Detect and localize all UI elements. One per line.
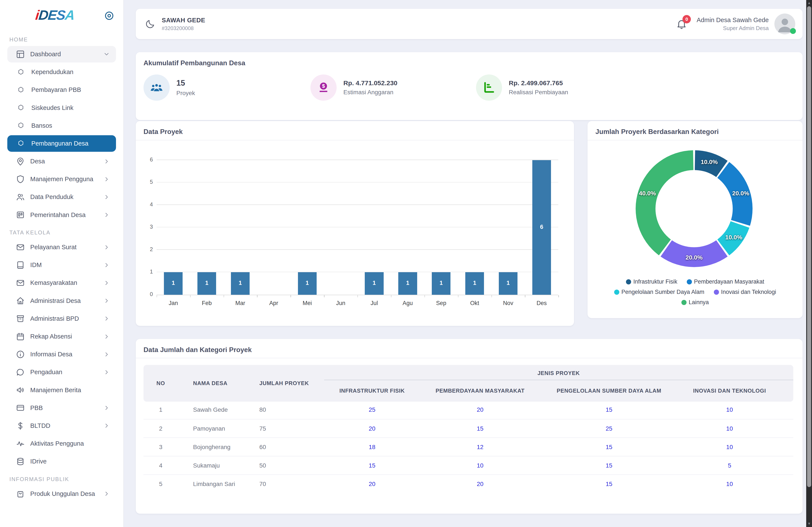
sidebar-item-pemerintahan-desa[interactable]: Pemerintahan Desa [7,207,116,223]
sidebar-item-desa[interactable]: Desa [7,153,116,170]
sidebar-item-pembayaran-pbb[interactable]: Pembayaran PBB [7,81,116,98]
cell-type-count[interactable]: 20 [341,420,403,438]
sidebar-item-label: Produk Unggulan Desa [30,490,95,497]
sidebar-section-label: HOME [10,36,114,43]
shield-icon [16,175,25,184]
cell-type-count[interactable]: 25 [578,420,640,438]
cell-type-count[interactable]: 10 [698,475,761,493]
table-card: Data Jumlah dan Kategori Proyek NO NAMA … [136,339,803,514]
cell-type-count[interactable]: 10 [698,401,761,419]
activity-icon [16,439,25,449]
chevron-right-icon [103,211,110,219]
sidebar-item-manajemen-pengguna[interactable]: Manajemen Pengguna [7,171,116,187]
table-row[interactable]: 1Sawah Gede8025201510 [144,401,793,419]
sidebar-item-pengaduan[interactable]: Pengaduan [7,364,116,381]
cell-no: 1 [144,401,178,419]
sidebar-logo-row: iDESA [0,0,123,30]
dark-mode-moon-icon[interactable] [145,19,156,29]
sidebar-toggle-icon[interactable] [104,11,115,21]
sidebar: iDESA HOMEDashboardKependudukanPembayara… [0,0,124,527]
x-axis-label: Mar [223,300,257,306]
cell-type-count[interactable]: 15 [578,438,640,456]
cell-type-count[interactable]: 18 [341,438,403,456]
notification-bell-icon[interactable]: 0 [676,18,687,30]
sidebar-item-administrasi-bpd[interactable]: Administrasi BPD [7,310,116,327]
x-axis-label: Jul [358,300,391,306]
bar-value-label: 6 [532,224,551,230]
sidebar-item-idm[interactable]: IDM [7,257,116,273]
cell-type-count[interactable]: 20 [341,475,403,493]
sidebar-item-pembangunan-desa[interactable]: Pembangunan Desa [7,135,116,152]
cell-type-count[interactable]: 10 [449,456,511,475]
sidebar-item-administrasi-desa[interactable]: Administrasi Desa [7,292,116,309]
sidebar-item-rekap-absensi[interactable]: Rekap Absensi [7,328,116,345]
cell-type-count[interactable]: 10 [698,438,761,456]
cell-village-name: Limbangan Sari [193,475,235,493]
col-total: JUMLAH PROYEK [259,365,309,402]
scrollbar-thumb[interactable] [807,6,811,487]
chevron-right-icon [103,368,110,376]
sidebar-item-label: Manajemen Berita [30,387,81,394]
cell-type-count[interactable]: 10 [698,420,761,438]
chevron-right-icon [103,176,110,183]
sidebar-section-label: INFORMASI PUBLIK [10,476,114,482]
user-name: Admin Desa Sawah Gede [697,16,769,24]
cell-type-count[interactable]: 5 [698,456,761,475]
cell-village-name: Sukamaju [193,456,220,475]
legend-label: Infrastruktur Fisik [633,278,677,285]
sidebar-item-informasi-desa[interactable]: Informasi Desa [7,346,116,363]
sidebar-item-kependudukan[interactable]: Kependudukan [7,64,116,80]
sidebar-item-pelayanan-surat[interactable]: Pelayanan Surat [7,239,116,256]
scroll-up-arrow[interactable]: ▲ [806,0,812,5]
mail-icon [16,278,25,288]
sidebar-item-idrive[interactable]: IDrive [7,453,116,470]
stat-estimasi-anggaran: $Rp. 4.771.052.230Estimasi Anggaran [310,75,397,101]
sidebar-item-produk-unggulan-desa[interactable]: Produk Unggulan Desa [7,485,116,502]
book-icon [16,260,25,270]
legend-item: Inovasi dan Teknologi [714,289,776,296]
sidebar-item-siskeudes-link[interactable]: Siskeudes Link [7,100,116,116]
stat-label: Realisasi Pembiayaan [509,89,568,96]
cell-type-count[interactable]: 12 [449,438,511,456]
cell-village-name: Sawah Gede [193,401,228,419]
cell-type-count[interactable]: 15 [578,475,640,493]
table-row[interactable]: 5Limbangan Sari7020201510 [144,475,793,493]
sidebar-item-label: Administrasi Desa [30,297,81,304]
cell-type-count[interactable]: 20 [449,475,511,493]
table-row[interactable]: 3Bojongherang6018121510 [144,437,793,456]
col-type-4: INOVASI DAN TEKNOLOGI [672,380,787,402]
scroll-down-arrow[interactable]: ▼ [806,521,812,526]
sidebar-item-label: Pembangunan Desa [31,140,88,147]
cell-type-count[interactable]: 15 [578,401,640,419]
scrollbar[interactable]: ▲ ▼ [806,0,812,527]
sidebar-item-kemasyarakatan[interactable]: Kemasyarakatan [7,274,116,291]
sidebar-item-data-penduduk[interactable]: Data Penduduk [7,189,116,206]
legend-item: Infrastruktur Fisik [626,278,677,285]
sidebar-item-manajemen-berita[interactable]: Manajemen Berita [7,382,116,398]
sidebar-item-pbb[interactable]: PBB [7,400,116,416]
cell-type-count[interactable]: 15 [449,420,511,438]
bar-value-label: 1 [365,280,383,286]
sidebar-item-aktivitas-pengguna[interactable]: Aktivitas Pengguna [7,435,116,452]
cell-type-count[interactable]: 20 [449,401,511,419]
stats-card: Akumulatif Pembangunan Desa 15Proyek$Rp.… [136,52,803,120]
cell-type-count[interactable]: 15 [341,456,403,475]
sidebar-item-dashboard[interactable]: Dashboard [7,46,116,63]
sidebar-item-bansos[interactable]: Bansos [7,117,116,134]
col-type-1: INFRASTRUKTUR FISIK [315,380,430,402]
bar-value-label: 1 [432,280,450,286]
x-axis-label: Feb [190,300,223,306]
x-axis-label: Jan [157,300,190,306]
sidebar-item-bltdd[interactable]: BLTDD [7,418,116,434]
avatar[interactable] [774,14,795,34]
table-row[interactable]: 2Pamoyanan7520152510 [144,419,793,437]
chevron-right-icon [103,297,110,304]
table-row[interactable]: 4Sukamaju501510155 [144,456,793,475]
cell-type-count[interactable]: 15 [578,456,640,475]
money-icon: $ [310,75,336,101]
cell-no: 2 [144,420,178,438]
cell-type-count[interactable]: 25 [341,401,403,419]
donut-legend: Infrastruktur FisikPemberdayaan Masyarak… [588,278,802,309]
village-code: #3203200008 [162,25,205,31]
donut-slice-label: 10.0% [725,234,742,241]
